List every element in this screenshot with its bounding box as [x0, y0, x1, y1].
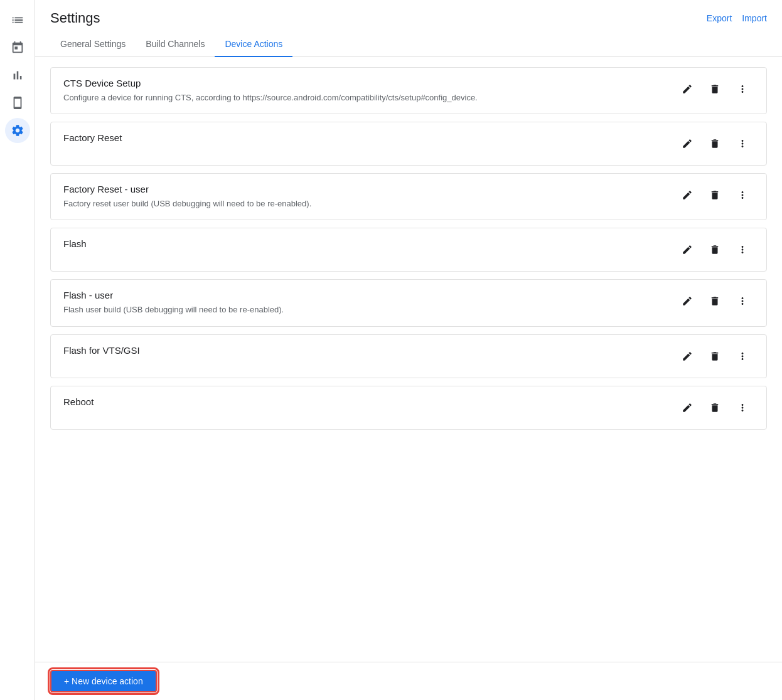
action-card-content: Factory Reset: [63, 132, 666, 147]
sidebar-item-settings[interactable]: [5, 118, 30, 143]
action-card-title: Reboot: [63, 396, 666, 407]
more-options-button[interactable]: [731, 132, 754, 155]
edit-action-button[interactable]: [676, 345, 699, 368]
action-card-title: Flash for VTS/GSI: [63, 345, 666, 356]
edit-action-button[interactable]: [676, 78, 699, 100]
more-options-button[interactable]: [731, 396, 754, 419]
header-actions: Export Import: [707, 13, 767, 23]
more-options-button[interactable]: [731, 184, 754, 206]
action-card: Flash: [50, 228, 767, 272]
more-options-button[interactable]: [731, 345, 754, 368]
edit-action-button[interactable]: [676, 290, 699, 312]
edit-action-button[interactable]: [676, 396, 699, 419]
action-card-description: Factory reset user build (USB debugging …: [63, 198, 666, 209]
action-card-description: Configure a device for running CTS, acco…: [63, 92, 666, 103]
action-card-title: Factory Reset - user: [63, 184, 666, 194]
edit-action-button[interactable]: [676, 132, 699, 155]
action-card-controls: [676, 396, 754, 419]
action-card-controls: [676, 184, 754, 206]
tab-build-channels[interactable]: Build Channels: [136, 31, 215, 56]
action-card: Reboot: [50, 386, 767, 430]
action-card-title: Flash: [63, 238, 666, 249]
more-options-button[interactable]: [731, 238, 754, 261]
delete-action-button[interactable]: [704, 396, 726, 419]
export-link[interactable]: Export: [707, 13, 732, 23]
action-card-title: Flash - user: [63, 290, 666, 300]
sidebar: [0, 0, 35, 700]
action-card-controls: [676, 238, 754, 261]
action-card: CTS Device SetupConfigure a device for r…: [50, 67, 767, 114]
page-header: Settings Export Import: [35, 0, 782, 26]
delete-action-button[interactable]: [704, 345, 726, 368]
sidebar-item-calendar[interactable]: [5, 35, 30, 60]
action-card: Factory Reset: [50, 122, 767, 166]
action-card-controls: [676, 290, 754, 312]
sidebar-item-device[interactable]: [5, 90, 30, 115]
sidebar-item-list[interactable]: [5, 8, 30, 33]
action-card-content: Reboot: [63, 396, 666, 411]
import-link[interactable]: Import: [742, 13, 767, 23]
main-panel: Settings Export Import General Settings …: [35, 0, 782, 700]
tab-device-actions[interactable]: Device Actions: [215, 31, 292, 56]
action-card-content: Flash for VTS/GSI: [63, 345, 666, 359]
action-card: Flash - userFlash user build (USB debugg…: [50, 279, 767, 326]
delete-action-button[interactable]: [704, 132, 726, 155]
page-title: Settings: [50, 10, 100, 26]
action-card-controls: [676, 345, 754, 368]
bottom-bar: + New device action: [35, 662, 782, 700]
edit-action-button[interactable]: [676, 184, 699, 206]
more-options-button[interactable]: [731, 78, 754, 100]
tabs-container: General Settings Build Channels Device A…: [35, 31, 782, 57]
delete-action-button[interactable]: [704, 184, 726, 206]
action-card-content: Flash: [63, 238, 666, 253]
more-options-button[interactable]: [731, 290, 754, 312]
content-area: CTS Device SetupConfigure a device for r…: [35, 57, 782, 700]
action-card: Factory Reset - userFactory reset user b…: [50, 173, 767, 220]
delete-action-button[interactable]: [704, 238, 726, 261]
action-card-title: Factory Reset: [63, 132, 666, 143]
action-card-title: CTS Device Setup: [63, 78, 666, 88]
sidebar-item-analytics[interactable]: [5, 63, 30, 88]
action-card: Flash for VTS/GSI: [50, 334, 767, 378]
delete-action-button[interactable]: [704, 78, 726, 100]
edit-action-button[interactable]: [676, 238, 699, 261]
tab-general-settings[interactable]: General Settings: [50, 31, 136, 56]
action-card-controls: [676, 78, 754, 100]
action-card-content: Factory Reset - userFactory reset user b…: [63, 184, 666, 209]
new-device-action-button[interactable]: + New device action: [50, 670, 157, 692]
action-card-content: Flash - userFlash user build (USB debugg…: [63, 290, 666, 316]
action-card-description: Flash user build (USB debugging will nee…: [63, 304, 666, 316]
delete-action-button[interactable]: [704, 290, 726, 312]
action-card-controls: [676, 132, 754, 155]
action-card-content: CTS Device SetupConfigure a device for r…: [63, 78, 666, 103]
